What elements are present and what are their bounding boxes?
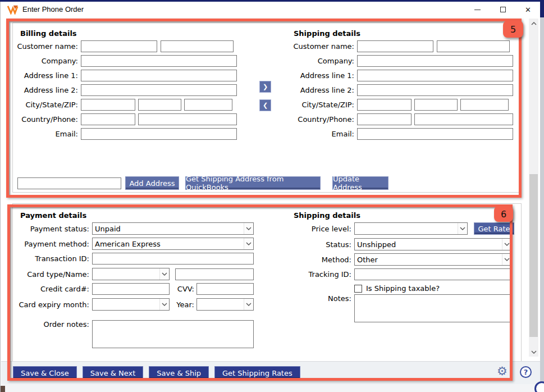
- save-next-button[interactable]: Save & Next: [83, 366, 144, 380]
- address-actions-row: Add Address Get Shipping Address from Qu…: [17, 176, 388, 190]
- billing-first-name-input[interactable]: [81, 40, 157, 52]
- close-button[interactable]: ✕: [515, 2, 541, 17]
- copy-shipping-to-billing-button[interactable]: ❮: [259, 99, 271, 111]
- scrollbar-thumb[interactable]: [529, 174, 538, 337]
- get-shipping-address-quickbooks-button[interactable]: Get Shipping Address from QuickBooks: [185, 176, 321, 190]
- card-type-select[interactable]: [92, 268, 170, 280]
- ship-status-select[interactable]: Unshipped: [354, 238, 512, 250]
- update-address-button[interactable]: Update Address: [332, 176, 388, 190]
- shipping-phone-input[interactable]: [414, 113, 513, 125]
- credit-card-label: Credit card#:: [15, 285, 89, 293]
- billing-zip-input[interactable]: [184, 99, 232, 111]
- save-close-button[interactable]: Save & Close: [13, 366, 77, 380]
- shipping-state-input[interactable]: [414, 99, 458, 111]
- help-button[interactable]: ?: [520, 366, 532, 378]
- price-level-label: Price level:: [288, 225, 351, 233]
- billing-last-name-input[interactable]: [161, 40, 234, 52]
- shipping-addr2-input[interactable]: [357, 84, 513, 96]
- get-shipping-rates-button[interactable]: Get Shipping Rates: [214, 366, 300, 380]
- shipping-email-input[interactable]: [357, 128, 513, 140]
- billing-addr1-input[interactable]: [81, 70, 237, 81]
- minimize-button[interactable]: [465, 2, 490, 17]
- shipping-customer-label: Customer name:: [288, 42, 354, 51]
- payment-method-label: Payment method:: [15, 240, 89, 248]
- right-edge-strip: [540, 0, 544, 392]
- payment-status-select[interactable]: Unpaid: [92, 222, 254, 235]
- expiry-month-select[interactable]: [92, 298, 170, 311]
- payment-method-select[interactable]: American Express: [92, 238, 254, 250]
- chevron-down-icon: [531, 350, 537, 354]
- chevron-down-icon: [244, 223, 253, 234]
- card-expiry-row: Card expiry month: Year:: [15, 298, 254, 311]
- shipping-first-name-input[interactable]: [357, 40, 433, 52]
- payment-status-row: Payment status: Unpaid: [15, 222, 254, 235]
- shipping-addr1-label: Address line 1:: [288, 71, 354, 80]
- ship-status-label: Status:: [288, 240, 351, 249]
- gear-icon[interactable]: ⚙: [497, 364, 508, 378]
- billing-country-input[interactable]: [81, 113, 135, 125]
- question-mark-icon: ?: [524, 368, 528, 376]
- shipping-zip-input[interactable]: [460, 99, 509, 111]
- billing-phone-input[interactable]: [138, 113, 237, 125]
- billing-city-input[interactable]: [81, 99, 135, 111]
- billing-addr2-label: Address line 2:: [15, 86, 78, 94]
- billing-company-label: Company:: [15, 57, 78, 65]
- transaction-id-input[interactable]: [92, 253, 254, 265]
- window-bottom-strip: [1, 384, 541, 392]
- address-nickname-input[interactable]: [17, 177, 121, 189]
- ship-notes-textarea[interactable]: [354, 294, 512, 322]
- ship-method-select[interactable]: Other: [354, 253, 512, 266]
- footer-bar: Save & Close Save & Next Save & Ship Get…: [1, 361, 541, 384]
- shipping-company-input[interactable]: [357, 55, 513, 67]
- tracking-id-input[interactable]: [354, 268, 512, 280]
- scroll-down-button[interactable]: [529, 347, 538, 357]
- billing-addr1-row: Address line 1:: [15, 70, 237, 81]
- billing-state-input[interactable]: [138, 99, 181, 111]
- credit-card-row: Credit card#: CVV:: [15, 283, 254, 295]
- chevron-down-icon: [244, 299, 253, 310]
- save-ship-button[interactable]: Save & Ship: [149, 366, 209, 380]
- shipping-countryphone-label: Country/Phone:: [288, 115, 354, 124]
- chevron-down-icon: [502, 239, 511, 250]
- is-shipping-taxable-checkbox[interactable]: [354, 285, 362, 293]
- order-notes-label: Order notes:: [15, 320, 89, 329]
- chevron-down-icon: [458, 223, 467, 234]
- price-level-select[interactable]: [354, 222, 468, 235]
- transaction-id-row: Transaction ID:: [15, 253, 254, 265]
- maximize-icon: [500, 7, 506, 12]
- shipping-email-row: Email:: [288, 128, 513, 140]
- billing-customer-row: Customer name:: [15, 40, 234, 52]
- cvv-label: CVV:: [172, 285, 194, 293]
- billing-addr2-input[interactable]: [81, 84, 237, 96]
- card-expiry-label: Card expiry month:: [15, 300, 89, 309]
- billing-addr1-label: Address line 1:: [15, 71, 78, 80]
- transaction-id-label: Transaction ID:: [15, 254, 89, 263]
- credit-card-input[interactable]: [92, 283, 170, 295]
- window-top-border: [0, 0, 544, 2]
- billing-email-input[interactable]: [81, 128, 237, 140]
- shipping-last-name-input[interactable]: [437, 40, 510, 52]
- add-address-button[interactable]: Add Address: [125, 176, 179, 190]
- vertical-scrollbar[interactable]: [529, 19, 538, 357]
- get-rate-button[interactable]: Get Rate: [474, 222, 514, 235]
- shipping-citystatezip-row: City/State/ZIP:: [288, 99, 509, 111]
- expiry-year-select[interactable]: [196, 298, 254, 311]
- scroll-up-button[interactable]: [529, 19, 538, 28]
- card-name-input[interactable]: [175, 268, 254, 280]
- shipping-country-input[interactable]: [357, 113, 412, 125]
- maximize-button[interactable]: [490, 2, 515, 17]
- shipping-details2-header: Shipping details: [294, 211, 360, 220]
- close-icon: ✕: [525, 6, 531, 14]
- order-notes-row: Order notes:: [15, 320, 254, 348]
- shipping-addr2-row: Address line 2:: [288, 84, 513, 96]
- billing-details-header: Billing details: [20, 29, 77, 38]
- cvv-input[interactable]: [196, 283, 254, 295]
- right-edge-navy: [540, 0, 544, 17]
- order-notes-textarea[interactable]: [92, 320, 254, 348]
- shipping-city-input[interactable]: [357, 99, 412, 111]
- shipping-addr1-input[interactable]: [357, 70, 513, 81]
- billing-company-input[interactable]: [81, 55, 237, 67]
- billing-citystatezip-row: City/State/ZIP:: [15, 99, 232, 111]
- chevron-left-icon: ❮: [263, 102, 268, 109]
- copy-billing-to-shipping-button[interactable]: ❯: [259, 81, 271, 93]
